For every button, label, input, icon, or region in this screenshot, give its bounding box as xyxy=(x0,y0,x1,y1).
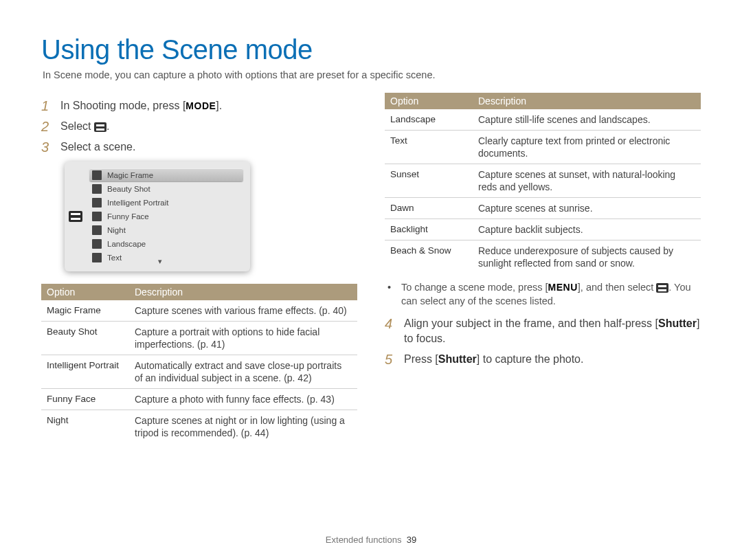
table-row: Landscape Capture still-life scenes and … xyxy=(385,109,701,131)
night-icon xyxy=(92,225,102,235)
opt-name: Night xyxy=(41,410,129,444)
scene-item-label: Landscape xyxy=(107,240,146,248)
step-number: 1 xyxy=(41,98,54,113)
opt-name: Backlight xyxy=(385,219,473,240)
step-3-text: Select a scene. xyxy=(60,139,357,155)
scene-item-magic-frame: Magic Frame xyxy=(89,168,243,181)
opt-name: Intelligent Portrait xyxy=(41,355,129,389)
step-2-text-a: Select xyxy=(60,120,94,132)
scene-item-label: Funny Face xyxy=(107,212,149,221)
step-number: 4 xyxy=(385,316,397,331)
step-2-text-b: . xyxy=(106,120,109,132)
scene-icon xyxy=(94,122,106,132)
table-row: Dawn Capture scenes at sunrise. xyxy=(385,198,701,219)
step-4-text-a: Align your subject in the frame, and the… xyxy=(404,317,658,329)
scene-item-landscape: Landscape xyxy=(92,237,243,250)
option-table-1: Option Description Magic Frame Capture s… xyxy=(41,284,357,443)
opt-desc: Capture a photo with funny face effects.… xyxy=(129,389,357,410)
step-5: 5 Press [Shutter] to capture the photo. xyxy=(385,352,701,367)
step-number: 2 xyxy=(41,119,54,134)
step-1-text-b: ]. xyxy=(216,100,222,111)
table-row: Night Capture scenes at night or in low … xyxy=(41,410,357,444)
opt-desc: Capture scenes at night or in low lighti… xyxy=(129,410,357,444)
opt-name: Magic Frame xyxy=(41,300,129,322)
beauty-shot-icon xyxy=(92,184,102,194)
scene-mode-icon xyxy=(69,211,82,222)
table-row: Beach & Snow Reduce underexposure of sub… xyxy=(385,240,701,274)
scene-list-items: Magic Frame Beauty Shot Intelligent Port… xyxy=(92,168,243,265)
opt-desc: Capture scenes with various frame effect… xyxy=(129,300,357,322)
step-2: 2 Select . xyxy=(41,119,357,134)
step-3: 3 Select a scene. xyxy=(41,139,357,155)
table-row: Funny Face Capture a photo with funny fa… xyxy=(41,389,357,410)
scene-item-text: Text xyxy=(92,251,243,264)
scene-list-screenshot: ▴ Magic Frame Beauty Shot Intelligent Po… xyxy=(65,161,250,271)
opt-desc: Capture scenes at sunrise. xyxy=(473,198,701,219)
page-footer: Extended functions 39 xyxy=(0,535,742,545)
table-row: Beauty Shot Capture a portrait with opti… xyxy=(41,322,357,355)
scene-item-label: Beauty Shot xyxy=(107,185,150,193)
mode-button-label: MODE xyxy=(186,100,216,111)
step-4: 4 Align your subject in the frame, and t… xyxy=(385,316,701,346)
step-5-text-a: Press [ xyxy=(404,353,438,365)
menu-button-label: MENU xyxy=(548,282,578,293)
shutter-label: Shutter xyxy=(438,353,477,365)
intelligent-portrait-icon xyxy=(92,198,102,208)
footer-section: Extended functions xyxy=(326,535,402,545)
th-option: Option xyxy=(41,284,129,300)
scene-item-intelligent-portrait: Intelligent Portrait xyxy=(92,196,243,209)
right-column: Option Description Landscape Capture sti… xyxy=(385,93,701,443)
table-row: Text Clearly capture text from printed o… xyxy=(385,131,701,164)
opt-desc: Capture backlit subjects. xyxy=(473,219,701,240)
th-description: Description xyxy=(129,284,357,300)
scene-icon xyxy=(656,283,668,293)
opt-desc: Reduce underexposure of subjects caused … xyxy=(473,240,701,274)
step-number: 5 xyxy=(385,352,397,367)
scene-item-night: Night xyxy=(92,223,243,236)
th-description: Description xyxy=(473,93,701,109)
scene-item-label: Night xyxy=(107,226,126,234)
page-title: Using the Scene mode xyxy=(41,34,701,65)
opt-name: Beach & Snow xyxy=(385,240,473,274)
landscape-icon xyxy=(92,239,102,249)
footer-page-number: 39 xyxy=(407,535,416,545)
table-row: Sunset Capture scenes at sunset, with na… xyxy=(385,164,701,198)
opt-desc: Capture scenes at sunset, with natural-l… xyxy=(473,164,701,198)
step-1: 1 In Shooting mode, press [MODE]. xyxy=(41,98,357,113)
opt-desc: Clearly capture text from printed or ele… xyxy=(473,131,701,164)
opt-name: Funny Face xyxy=(41,389,129,410)
step-1-text-a: In Shooting mode, press [ xyxy=(60,100,186,111)
opt-name: Beauty Shot xyxy=(41,322,129,355)
bullet-icon: • xyxy=(387,280,396,308)
funny-face-icon xyxy=(92,212,102,221)
table-row: Intelligent Portrait Automatically extra… xyxy=(41,355,357,389)
shutter-label: Shutter xyxy=(658,317,697,329)
step-5-text-b: ] to capture the photo. xyxy=(477,353,584,365)
tip-text-b: ], and then select xyxy=(578,282,656,293)
opt-name: Landscape xyxy=(385,109,473,131)
opt-desc: Automatically extract and save close-up … xyxy=(129,355,357,389)
left-column: 1 In Shooting mode, press [MODE]. 2 Sele… xyxy=(41,93,357,443)
opt-desc: Capture still-life scenes and landscapes… xyxy=(473,109,701,131)
chevron-down-icon: ▾ xyxy=(158,257,162,266)
manual-page: Using the Scene mode In Scene mode, you … xyxy=(0,0,742,560)
intro-text: In Scene mode, you can capture a photo w… xyxy=(43,69,701,80)
tip-text-a: To change a scene mode, press [ xyxy=(401,282,548,293)
step-number: 3 xyxy=(41,139,54,155)
th-option: Option xyxy=(385,93,473,109)
table-row: Backlight Capture backlit subjects. xyxy=(385,219,701,240)
scene-item-beauty-shot: Beauty Shot xyxy=(92,182,243,195)
scene-item-label: Intelligent Portrait xyxy=(107,199,169,207)
opt-name: Sunset xyxy=(385,164,473,198)
opt-name: Text xyxy=(385,131,473,164)
scene-item-label: Magic Frame xyxy=(107,171,153,179)
tip-bullet: • To change a scene mode, press [MENU], … xyxy=(387,280,701,308)
table-row: Magic Frame Capture scenes with various … xyxy=(41,300,357,322)
text-icon xyxy=(92,253,102,262)
scene-item-funny-face: Funny Face xyxy=(92,210,243,223)
opt-name: Dawn xyxy=(385,198,473,219)
magic-frame-icon xyxy=(92,170,102,180)
opt-desc: Capture a portrait with options to hide … xyxy=(129,322,357,355)
scene-item-label: Text xyxy=(107,254,122,262)
option-table-2: Option Description Landscape Capture sti… xyxy=(385,93,701,273)
